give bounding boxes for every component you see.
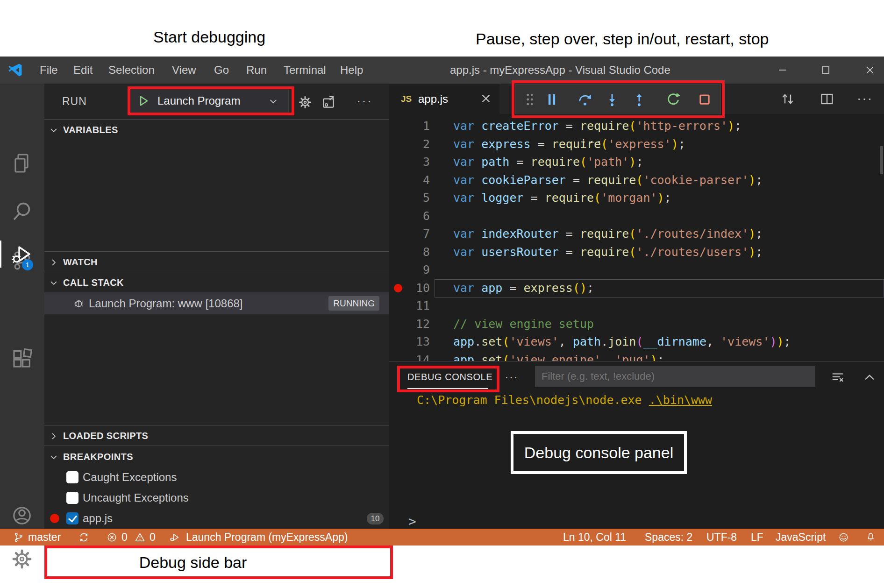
code-line-13[interactable]: 13app.set('views', path.join(__dirname, … (389, 333, 884, 351)
menu-run[interactable]: Run (246, 57, 267, 84)
code-line-12[interactable]: 12// view engine setup (389, 315, 884, 333)
encoding[interactable]: UTF-8 (706, 529, 737, 545)
code-line-3[interactable]: 3var path = require('path'); (389, 153, 884, 171)
menu-view[interactable]: View (172, 57, 196, 84)
code-text: app.set('views', path.join(__dirname, 'v… (453, 333, 791, 351)
vscode-window: FileEditSelectionViewGoRunTerminalHelp a… (0, 57, 884, 545)
clear-console-icon[interactable] (831, 370, 845, 384)
breakpoint-count-badge: 10 (367, 513, 384, 524)
code-text: var express = require('express'); (453, 135, 685, 154)
code-text: var createError = require('http-errors')… (453, 117, 741, 135)
tab-appjs[interactable]: JS app.js (389, 84, 499, 114)
warnings-icon[interactable] (135, 532, 145, 543)
search-icon[interactable] (11, 200, 33, 223)
language-mode[interactable]: JavaScript (776, 529, 826, 545)
breakpoint-row-app-js[interactable]: app.js10 (44, 508, 389, 529)
settings-gear-icon[interactable] (11, 548, 33, 570)
checkbox[interactable] (66, 512, 78, 524)
gear-icon[interactable] (298, 95, 313, 110)
minimize-button[interactable] (775, 62, 791, 78)
line-number: 11 (389, 297, 430, 315)
code-line-8[interactable]: 8var usersRouter = require('./routes/use… (389, 243, 884, 262)
menu-terminal[interactable]: Terminal (284, 57, 326, 84)
branch-name[interactable]: master (28, 529, 61, 545)
menu-go[interactable]: Go (214, 57, 229, 84)
code-line-5[interactable]: 5var logger = require('morgan'); (389, 189, 884, 207)
run-label: RUN (62, 84, 87, 119)
notifications-bell-icon[interactable] (865, 532, 876, 543)
breakpoint-row-uncaught-exceptions[interactable]: Uncaught Exceptions (44, 488, 389, 508)
more-actions-icon[interactable]: ··· (356, 95, 371, 110)
code-line-2[interactable]: 2var express = require('express'); (389, 135, 884, 154)
close-icon (864, 64, 876, 76)
breakpoint-label: Uncaught Exceptions (83, 488, 189, 508)
code-text: app.set('view engine', 'pug'); (453, 351, 664, 361)
panel-maximize-chevron-icon[interactable] (863, 370, 877, 384)
code-line-14[interactable]: 14app.set('view engine', 'pug'); (389, 351, 884, 361)
open-changes-icon[interactable] (780, 92, 795, 106)
annotation-box-debug-toolbar (512, 80, 725, 118)
code-area[interactable]: ... 1var createError = require('http-err… (389, 114, 884, 361)
code-line-10[interactable]: 10var app = express(); (389, 279, 884, 298)
section-label: VARIABLES (63, 120, 118, 140)
checkbox[interactable] (66, 471, 78, 483)
line-number: 12 (389, 315, 430, 333)
chevron-right-icon (49, 432, 58, 441)
code-text: var logger = require('morgan'); (453, 189, 671, 207)
section-label: CALL STACK (63, 272, 124, 293)
close-button[interactable] (862, 62, 878, 78)
annotation-box-debug-side-bar: Debug side bar (44, 545, 393, 579)
line-number: 5 (389, 189, 430, 207)
sync-icon[interactable] (78, 532, 89, 543)
code-line-11[interactable]: 11 (389, 297, 884, 315)
running-badge: RUNNING (328, 296, 379, 311)
menu-selection[interactable]: Selection (108, 57, 155, 84)
debug-console-toggle-icon[interactable] (321, 95, 336, 110)
indentation[interactable]: Spaces: 2 (645, 529, 692, 545)
panel-more-actions-icon[interactable]: ··· (505, 366, 518, 388)
console-prompt[interactable]: > (408, 514, 416, 529)
debug-target[interactable]: Launch Program (myExpressApp) (186, 529, 348, 545)
activity-bar: 1 (0, 84, 44, 529)
menu-edit[interactable]: Edit (73, 57, 93, 84)
menu-help[interactable]: Help (340, 57, 363, 84)
eol-sequence[interactable]: LF (751, 529, 763, 545)
code-text: // view engine setup (453, 315, 594, 333)
maximize-button[interactable] (818, 62, 834, 78)
breakpoint-row-caught-exceptions[interactable]: Caught Exceptions (44, 467, 389, 488)
annotation-box-debug-console-panel: Debug console panel (511, 431, 687, 474)
errors-icon[interactable] (107, 532, 117, 543)
debug-status-icon[interactable] (169, 532, 180, 543)
debug-badge: 1 (22, 259, 33, 270)
console-output-link[interactable]: .\bin\www (649, 393, 712, 407)
error-count[interactable]: 0 (121, 529, 128, 545)
explorer-icon[interactable] (11, 152, 33, 175)
editor-more-actions-icon[interactable]: ··· (857, 92, 872, 106)
line-number: 1 (389, 117, 430, 135)
vscode-logo-icon (7, 62, 23, 78)
js-file-icon: JS (401, 84, 412, 114)
section-watch[interactable]: WATCH (44, 251, 389, 272)
menu-file[interactable]: File (40, 57, 58, 84)
code-line-4[interactable]: 4var cookieParser = require('cookie-pars… (389, 171, 884, 190)
code-line-7[interactable]: 7var indexRouter = require('./routes/ind… (389, 225, 884, 243)
cursor-position[interactable]: Ln 10, Col 11 (563, 529, 626, 545)
checkbox[interactable] (66, 492, 78, 504)
section-breakpoints[interactable]: BREAKPOINTS (44, 446, 389, 467)
section-label: BREAKPOINTS (63, 446, 133, 467)
feedback-smiley-icon[interactable] (838, 532, 849, 543)
tab-close-icon[interactable] (479, 92, 493, 106)
filter-input[interactable] (535, 366, 815, 387)
code-line-6[interactable]: 6 (389, 207, 884, 226)
annotation-box-debug-console (397, 366, 499, 392)
call-stack-item[interactable]: Launch Program: www [10868] RUNNING (44, 292, 389, 314)
section-variables[interactable]: VARIABLES (44, 119, 389, 140)
split-editor-icon[interactable] (820, 92, 834, 106)
section-loaded-scripts[interactable]: LOADED SCRIPTS (44, 425, 389, 446)
warning-count[interactable]: 0 (150, 529, 156, 545)
code-line-1[interactable]: 1var createError = require('http-errors'… (389, 117, 884, 135)
code-line-9[interactable]: 9 (389, 261, 884, 279)
extensions-icon[interactable] (11, 347, 33, 370)
account-icon[interactable] (11, 504, 33, 527)
section-call-stack[interactable]: CALL STACK (44, 272, 389, 292)
